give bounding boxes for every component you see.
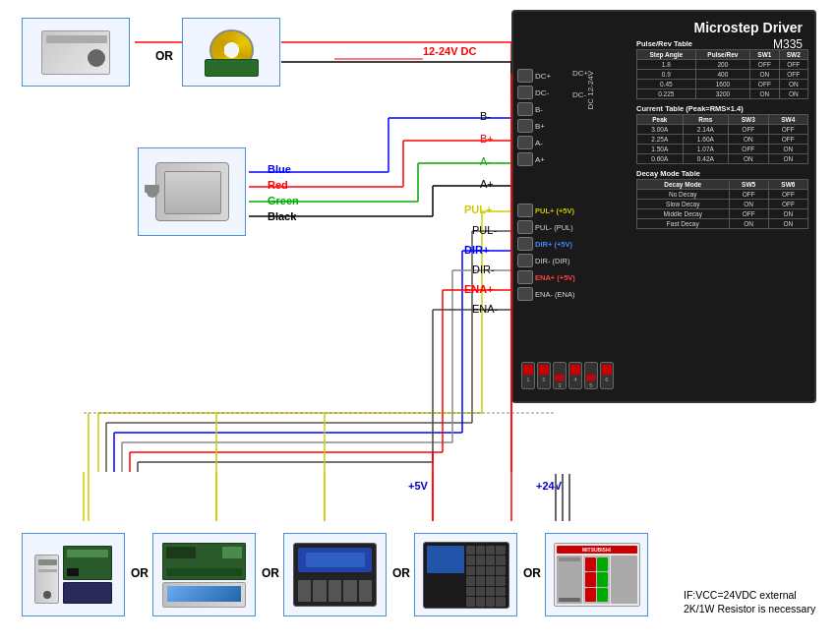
diagram-container: OR 12-24V DC Blue Re xyxy=(0,0,836,644)
ena-plus-label: ENA+ xyxy=(464,283,494,295)
toroidal-box xyxy=(182,18,280,87)
pc-pci-card-box xyxy=(152,533,256,616)
twenty-four-volt-label: +24V xyxy=(536,480,562,492)
terminal-b-plus: B+ xyxy=(517,119,551,133)
dip-switches: 1 2 3 4 5 6 xyxy=(521,362,614,389)
dir-plus-label: DIR+ xyxy=(464,244,489,256)
driver-title: Microstep Driver xyxy=(513,12,814,37)
sw1: 1 xyxy=(521,362,535,389)
b-minus-label: B- xyxy=(480,110,491,122)
terminal-b-minus: B- xyxy=(517,102,551,116)
sw3: 3 xyxy=(553,362,567,389)
terminal-pul-minus: PUL- (PUL) xyxy=(517,220,575,234)
b-plus-label: B+ xyxy=(480,133,494,145)
driver-box: Microstep Driver M335 DC+ DC- B- B+ xyxy=(511,10,816,403)
motor-icon xyxy=(155,162,229,221)
pul-minus-label: PUL- xyxy=(472,224,497,236)
power-supply-inner xyxy=(23,19,129,86)
cnc-controller-box xyxy=(414,533,517,616)
current-table-title: Current Table (Peak=RMS×1.4) xyxy=(636,104,808,113)
driver-tables: Pulse/Rev Table Step AnglePulse/RevSW1SW… xyxy=(636,39,808,234)
terminal-dc-plus: DC+ xyxy=(517,69,551,83)
or-label-3: OR xyxy=(262,566,279,580)
decay-table-title: Decay Mode Table xyxy=(636,169,808,178)
or-label-4: OR xyxy=(392,566,410,580)
pc-motion-card-box xyxy=(22,533,125,616)
terminal-ena-plus: ENA+ (+5V) xyxy=(517,270,575,284)
terminal-ena-minus: ENA- (ENA) xyxy=(517,287,575,301)
decay-table: Decay ModeSW5SW6 No DecayOFFOFF Slow Dec… xyxy=(636,179,808,229)
power-voltage-label: 12-24V DC xyxy=(423,45,476,57)
pulse-rev-table: Step AnglePulse/RevSW1SW2 1.8200OFFOFF 0… xyxy=(636,49,808,99)
or-label-5: OR xyxy=(523,566,541,580)
five-volt-label: +5V xyxy=(408,480,428,492)
if-note: IF:VCC=24VDC external 2K/1W Resistor is … xyxy=(684,588,816,616)
a-plus-label: A+ xyxy=(480,178,494,190)
psu-icon xyxy=(41,30,110,75)
or-label-2: OR xyxy=(131,566,149,580)
red-wire-label: Red xyxy=(268,179,288,191)
sw2: 2 xyxy=(537,362,551,389)
ena-minus-label: ENA- xyxy=(472,303,498,315)
terminal-dir-minus: DIR- (DIR) xyxy=(517,254,575,267)
power-supply-box xyxy=(22,18,130,87)
terminal-dc-minus: DC- xyxy=(517,86,551,99)
sw5: 5 xyxy=(584,362,598,389)
plc-box: MITSUBISHI xyxy=(545,533,648,616)
a-minus-label: A- xyxy=(480,155,491,167)
standalone-controller-box xyxy=(283,533,387,616)
terminal-dir-plus: DIR+ (+5V) xyxy=(517,237,575,251)
dc-voltage-text: DC 12-24V xyxy=(586,71,595,110)
toro-icon xyxy=(202,26,261,80)
stepper-motor-box xyxy=(138,147,246,236)
blue-wire-label: Blue xyxy=(268,163,291,175)
or-label-1: OR xyxy=(155,49,173,63)
sw6: 6 xyxy=(600,362,614,389)
stepper-motor-inner xyxy=(139,148,245,235)
dc-minus-text: DC- xyxy=(572,90,586,99)
terminal-a-plus: A+ xyxy=(517,152,551,166)
terminal-a-minus: A- xyxy=(517,136,551,149)
pulse-rev-title: Pulse/Rev Table xyxy=(636,39,808,48)
black-wire-label: Black xyxy=(268,210,296,222)
current-table: PeakRmsSW3SW4 3.00A2.14AOFFOFF 2.25A1.60… xyxy=(636,114,808,164)
terminal-pul-plus: PUL+ (+5V) xyxy=(517,204,575,217)
dir-minus-label: DIR- xyxy=(472,263,495,275)
toroidal-inner xyxy=(183,19,279,86)
pul-plus-label: PUL+ xyxy=(464,204,492,215)
green-wire-label: Green xyxy=(268,195,299,206)
sw4: 4 xyxy=(568,362,582,389)
